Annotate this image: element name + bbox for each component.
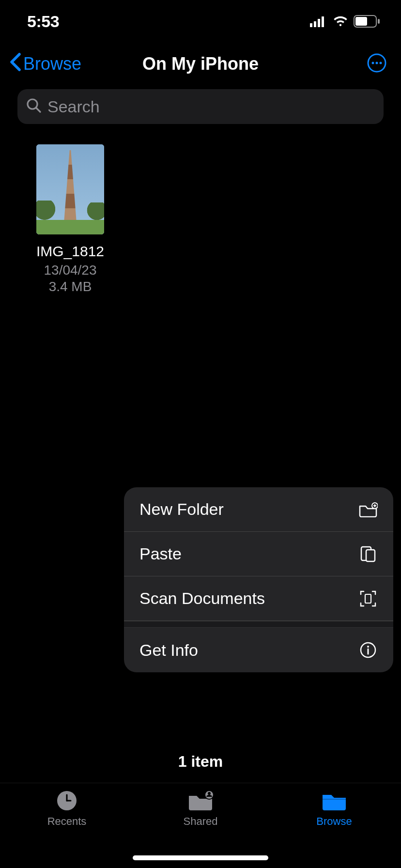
status-indicators — [310, 15, 381, 28]
menu-label: Scan Documents — [139, 589, 265, 608]
ellipsis-circle-icon — [367, 53, 387, 75]
menu-scan-documents[interactable]: Scan Documents — [124, 576, 393, 621]
svg-rect-3 — [322, 16, 324, 27]
menu-get-info[interactable]: Get Info — [124, 628, 393, 672]
file-name: IMG_1812 — [36, 243, 104, 260]
svg-point-9 — [376, 62, 378, 64]
chevron-left-icon — [9, 52, 22, 76]
context-menu: New Folder Paste Scan Documents Get Info — [124, 487, 393, 672]
tab-recents[interactable]: Recents — [18, 790, 115, 828]
home-indicator[interactable] — [133, 855, 268, 860]
file-size: 3.4 MB — [49, 279, 92, 294]
svg-point-26 — [208, 792, 211, 795]
svg-rect-5 — [355, 17, 367, 26]
svg-rect-17 — [366, 550, 375, 561]
file-date: 13/04/23 — [44, 263, 97, 278]
svg-point-10 — [380, 62, 382, 64]
back-label: Browse — [23, 54, 81, 74]
search-icon — [26, 98, 42, 115]
wifi-icon — [332, 16, 349, 27]
shared-folder-icon — [187, 790, 214, 811]
menu-label: New Folder — [139, 500, 224, 519]
svg-point-20 — [367, 646, 369, 648]
nav-bar: Browse On My iPhone — [0, 43, 401, 85]
menu-label: Paste — [139, 544, 182, 563]
menu-paste[interactable]: Paste — [124, 532, 393, 576]
clipboard-paste-icon — [358, 544, 378, 564]
doc-scan-icon — [358, 589, 378, 608]
page-title: On My iPhone — [142, 54, 259, 74]
cellular-icon — [310, 16, 327, 27]
tab-label: Shared — [184, 815, 218, 828]
svg-line-12 — [36, 108, 40, 112]
svg-rect-2 — [318, 19, 320, 27]
battery-icon — [354, 15, 381, 28]
svg-rect-27 — [323, 799, 346, 800]
search-input[interactable] — [47, 97, 375, 116]
back-button[interactable]: Browse — [9, 52, 81, 76]
folder-icon — [321, 790, 348, 811]
search-bar[interactable] — [17, 89, 384, 124]
svg-point-8 — [372, 62, 374, 64]
svg-rect-1 — [314, 21, 316, 27]
info-circle-icon — [358, 640, 378, 660]
item-count: 1 item — [0, 753, 401, 771]
menu-new-folder[interactable]: New Folder — [124, 487, 393, 532]
clock-icon — [53, 790, 80, 811]
more-options-button[interactable] — [366, 53, 387, 75]
menu-separator — [124, 621, 393, 628]
file-thumbnail — [36, 144, 104, 234]
svg-rect-6 — [378, 19, 380, 24]
file-grid: IMG_1812 13/04/23 3.4 MB — [0, 133, 401, 306]
folder-plus-icon — [358, 500, 378, 519]
tab-label: Browse — [316, 815, 352, 828]
tab-label: Recents — [47, 815, 87, 828]
svg-rect-0 — [310, 23, 312, 27]
menu-label: Get Info — [139, 641, 198, 660]
file-item[interactable]: IMG_1812 13/04/23 3.4 MB — [19, 144, 121, 294]
tab-shared[interactable]: Shared — [152, 790, 249, 828]
status-time: 5:53 — [27, 12, 59, 31]
status-bar: 5:53 — [0, 0, 401, 43]
tab-browse[interactable]: Browse — [286, 790, 383, 828]
svg-rect-18 — [365, 594, 371, 603]
